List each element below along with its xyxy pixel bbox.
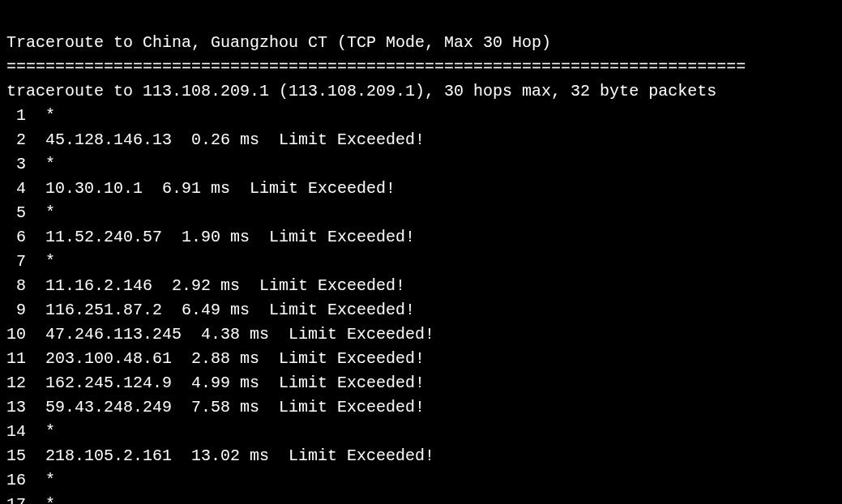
hop-number: 14: [6, 422, 26, 441]
hop-row: 1 *: [6, 104, 836, 128]
hop-row: 2 45.128.146.13 0.26 ms Limit Exceeded!: [6, 128, 836, 152]
hop-row: 3 *: [6, 152, 836, 177]
hop-details: *: [26, 203, 55, 222]
hop-number: 16: [6, 471, 26, 489]
hop-row: 5 *: [6, 201, 836, 225]
hop-details: 47.246.113.245 4.38 ms Limit Exceeded!: [26, 325, 434, 344]
hop-details: 218.105.2.161 13.02 ms Limit Exceeded!: [26, 446, 434, 465]
traceroute-info: traceroute to 113.108.209.1 (113.108.209…: [6, 82, 716, 100]
hop-details: 10.30.10.1 6.91 ms Limit Exceeded!: [26, 179, 395, 198]
hop-number: 13: [6, 398, 26, 416]
hop-number: 12: [6, 374, 26, 392]
hop-row: 17 *: [6, 493, 836, 504]
terminal-output: Traceroute to China, Guangzhou CT (TCP M…: [6, 6, 836, 504]
traceroute-title: Traceroute to China, Guangzhou CT (TCP M…: [6, 33, 551, 52]
hop-row: 16 *: [6, 468, 836, 493]
hop-number: 17: [6, 495, 26, 504]
hop-details: 116.251.87.2 6.49 ms Limit Exceeded!: [26, 301, 415, 319]
hop-details: *: [26, 252, 55, 271]
hop-row: 14 *: [6, 420, 836, 444]
hop-details: 11.16.2.146 2.92 ms Limit Exceeded!: [26, 276, 405, 295]
hop-row: 13 59.43.248.249 7.58 ms Limit Exceeded!: [6, 395, 836, 420]
hop-row: 7 *: [6, 250, 836, 274]
hop-row: 8 11.16.2.146 2.92 ms Limit Exceeded!: [6, 274, 836, 298]
hop-number: 8: [6, 276, 26, 295]
hop-row: 9 116.251.87.2 6.49 ms Limit Exceeded!: [6, 298, 836, 322]
hop-details: 45.128.146.13 0.26 ms Limit Exceeded!: [26, 130, 425, 149]
hop-row: 15 218.105.2.161 13.02 ms Limit Exceeded…: [6, 444, 836, 468]
hop-row: 12 162.245.124.9 4.99 ms Limit Exceeded!: [6, 371, 836, 395]
hop-details: 162.245.124.9 4.99 ms Limit Exceeded!: [26, 374, 425, 392]
hop-number: 3: [6, 155, 26, 173]
hop-number: 6: [6, 228, 26, 246]
divider-line: ========================================…: [6, 58, 746, 76]
hop-details: *: [26, 422, 55, 441]
hop-number: 7: [6, 252, 26, 271]
hop-details: 59.43.248.249 7.58 ms Limit Exceeded!: [26, 398, 425, 416]
hop-number: 9: [6, 301, 26, 319]
hop-details: *: [26, 495, 55, 504]
hop-row: 11 203.100.48.61 2.88 ms Limit Exceeded!: [6, 347, 836, 371]
hop-number: 15: [6, 446, 26, 465]
hop-details: *: [26, 471, 55, 489]
hop-number: 11: [6, 349, 26, 368]
hop-details: 11.52.240.57 1.90 ms Limit Exceeded!: [26, 228, 415, 246]
hop-number: 5: [6, 203, 26, 222]
hop-number: 2: [6, 130, 26, 149]
hop-details: *: [26, 106, 55, 125]
hop-row: 10 47.246.113.245 4.38 ms Limit Exceeded…: [6, 322, 836, 347]
hop-number: 1: [6, 106, 26, 125]
hop-number: 4: [6, 179, 26, 198]
hop-row: 4 10.30.10.1 6.91 ms Limit Exceeded!: [6, 177, 836, 201]
hop-row: 6 11.52.240.57 1.90 ms Limit Exceeded!: [6, 225, 836, 250]
hop-details: *: [26, 155, 55, 173]
hop-details: 203.100.48.61 2.88 ms Limit Exceeded!: [26, 349, 425, 368]
hop-number: 10: [6, 325, 26, 344]
